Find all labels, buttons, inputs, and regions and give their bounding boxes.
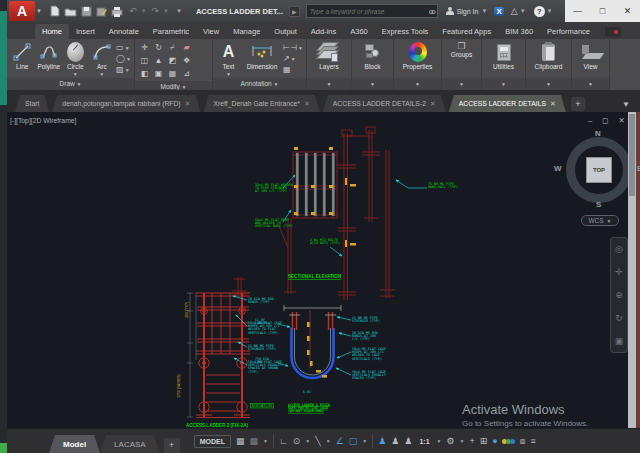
close-tab-icon[interactable]: ✕	[550, 100, 556, 108]
graphics-performance-icon[interactable]	[503, 439, 515, 444]
ortho-mode-icon[interactable]: ∟	[279, 432, 288, 450]
help-icon[interactable]: ?	[534, 6, 545, 17]
minimize-button[interactable]: —	[565, 0, 590, 22]
ribbon-tab-parametric[interactable]: Parametric	[146, 24, 196, 39]
nav-wheel-icon[interactable]: ◎	[615, 244, 623, 254]
circle-caret-icon[interactable]: ▼	[73, 71, 78, 77]
sign-in-control[interactable]: Sign In ▼	[446, 7, 488, 15]
autocad-app-button[interactable]: A	[9, 1, 35, 21]
text-button[interactable]: A Text ▼	[216, 41, 241, 77]
leader-caret-icon[interactable]: ▼	[291, 54, 296, 64]
properties-panel-caret[interactable]: ▼	[394, 78, 441, 90]
document-window-controls[interactable]: – ◻ ✕	[588, 116, 629, 125]
close-tab-icon[interactable]: ✕	[304, 100, 310, 108]
close-tab-icon[interactable]: ✕	[185, 100, 191, 108]
units-icon[interactable]: ⊞	[480, 432, 488, 450]
properties-button[interactable]: Properties	[397, 41, 438, 70]
annotation-visibility-icon[interactable]: ♟	[378, 432, 386, 450]
ribbon-tab-addins[interactable]: Add-ins	[304, 24, 343, 39]
object-snap-tracking-icon[interactable]: ∠	[336, 432, 344, 450]
annotation-scale-value[interactable]: 1:1	[417, 438, 431, 445]
close-tab-icon[interactable]: ✕	[430, 100, 436, 108]
new-layout-button[interactable]: +	[164, 438, 180, 453]
ribbon-tab-home[interactable]: Home	[35, 24, 69, 39]
draw-panel-label[interactable]: Draw ▼	[7, 78, 134, 90]
fillet-icon[interactable]: ◩	[166, 56, 179, 68]
pan-icon[interactable]: ✛	[615, 267, 623, 277]
gear-caret-icon[interactable]: ▼	[460, 438, 465, 444]
object-snap-icon[interactable]: ▢	[349, 432, 358, 450]
layout-tab-lacasa[interactable]: LACASA	[100, 435, 160, 453]
text-caret-icon[interactable]: ▼	[226, 71, 231, 77]
customize-qat-caret-icon[interactable]: ▼	[176, 8, 182, 14]
save-icon[interactable]	[81, 6, 92, 17]
polar-tracking-icon[interactable]: ⊙	[293, 432, 301, 450]
arc-caret-icon[interactable]: ▼	[99, 71, 104, 77]
viewcube-west[interactable]: W	[554, 164, 562, 173]
open-file-icon[interactable]	[64, 6, 77, 17]
copy-icon[interactable]: ◫	[138, 56, 151, 68]
rotate-icon[interactable]: ↻	[152, 43, 165, 55]
ribbon-tab-performance[interactable]: Performance	[540, 24, 597, 39]
save-as-icon[interactable]	[96, 6, 107, 17]
scrollbar-thumb[interactable]	[629, 114, 635, 196]
array-icon[interactable]: ▦	[166, 69, 179, 81]
annotation-panel-label[interactable]: Annotation ▼	[213, 78, 306, 90]
sign-in-caret-icon[interactable]: ▼	[481, 8, 487, 14]
polyline-button[interactable]: Polyline	[37, 41, 62, 70]
file-tab-ladder-details-2[interactable]: ACCESS LADDER DETAILS-2✕	[323, 95, 446, 112]
view-button[interactable]: View	[575, 41, 606, 70]
hatch-caret-icon[interactable]: ▼	[125, 65, 130, 75]
tray-circle-icon[interactable]: ●	[492, 432, 497, 450]
orbit-icon[interactable]: ↻	[615, 313, 623, 323]
circle-button[interactable]: Circle ▼	[63, 41, 88, 77]
leader-icon[interactable]: ↗	[283, 54, 290, 64]
wcs-selector[interactable]: WCS▼	[581, 215, 619, 226]
a360-icon[interactable]: △	[511, 6, 518, 16]
snap-caret-icon[interactable]: ▼	[263, 438, 268, 444]
iso-caret-icon[interactable]: ▼	[326, 438, 331, 444]
ellipse-caret-icon[interactable]: ▼	[126, 54, 131, 64]
undo-icon[interactable]: ↶	[129, 6, 137, 16]
dimension-caret-icon[interactable]: ▼	[298, 43, 303, 53]
group-icon[interactable]: ❐	[457, 41, 465, 51]
redo-caret-icon[interactable]: ▼	[163, 8, 169, 14]
ribbon-tab-insert[interactable]: Insert	[69, 24, 102, 39]
scale-caret-icon[interactable]: ▼	[437, 438, 442, 444]
autoscale-icon[interactable]: ♟	[391, 432, 399, 450]
trim-icon[interactable]: ⌿	[166, 43, 179, 55]
rectangle-caret-icon[interactable]: ▼	[125, 43, 130, 53]
new-drawing-tab-button[interactable]: +	[571, 97, 585, 111]
title-expand-icon[interactable]: ▶	[289, 6, 300, 17]
offset-icon[interactable]: ⊿	[180, 69, 193, 81]
ribbon-tab-view[interactable]: View	[196, 24, 226, 39]
block-panel-caret[interactable]: ▼	[352, 78, 393, 90]
dimension-button[interactable]: Dimension	[243, 41, 281, 70]
undo-caret-icon[interactable]: ▼	[141, 8, 147, 14]
utilities-panel-caret[interactable]: ▼	[482, 78, 525, 90]
screencast-record-icon[interactable]	[605, 27, 621, 37]
file-tab-denah[interactable]: denah,potongan,tampak rabbani (RFD)✕	[52, 95, 200, 112]
osnap-caret-icon[interactable]: ▼	[362, 438, 367, 444]
model-space-toggle[interactable]: MODEL	[194, 435, 231, 448]
dimension-style-icon[interactable]: ⊢⊣	[283, 43, 297, 53]
view-panel-caret[interactable]: ▼	[572, 78, 609, 90]
file-tab-xreff[interactable]: Xreff_Denah Gate Entrance*✕	[204, 95, 320, 112]
showmotion-icon[interactable]: ▣	[615, 336, 624, 346]
ribbon-tab-bim360[interactable]: BIM 360	[498, 24, 540, 39]
search-input[interactable]	[310, 8, 429, 15]
viewcube-north[interactable]: N	[595, 129, 601, 138]
app-menu-caret-icon[interactable]: ▼	[36, 8, 42, 14]
plot-icon[interactable]	[111, 6, 123, 17]
scale-icon[interactable]: ▣	[152, 69, 165, 81]
layers-panel-caret[interactable]: ▼	[307, 78, 351, 90]
ribbon-tab-manage[interactable]: Manage	[226, 24, 267, 39]
redo-icon[interactable]: ↷	[151, 6, 159, 16]
a360-caret-icon[interactable]: ▼	[520, 8, 526, 14]
close-button[interactable]: ✕	[615, 0, 640, 22]
layout-tab-model[interactable]: Model	[49, 435, 100, 453]
viewport-controls-label[interactable]: [-][Top][2D Wireframe]	[10, 117, 76, 124]
maximize-button[interactable]: □	[590, 0, 615, 22]
tab-overflow-caret-icon[interactable]: ▼	[622, 100, 630, 112]
mirror-icon[interactable]: ▲	[152, 56, 165, 68]
